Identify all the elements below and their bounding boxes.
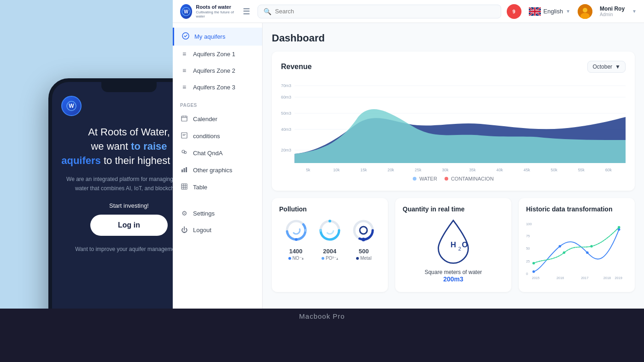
svg-text:2: 2 <box>458 246 461 251</box>
sidebar-pages-label: PAGES <box>173 95 262 111</box>
conditions-icon <box>180 132 188 140</box>
svg-rect-11 <box>185 116 186 117</box>
user-avatar <box>578 4 592 19</box>
sq-meters-value: 200m3 <box>443 275 463 283</box>
sidebar-item-zone1[interactable]: ≡ Aquifers Zone 1 <box>173 46 262 62</box>
sidebar-label-logout: Logout <box>193 227 211 234</box>
svg-text:20m3: 20m3 <box>281 148 291 152</box>
sidebar-item-my-aquifers[interactable]: My aquifers <box>173 28 262 46</box>
revenue-title: Revenue <box>281 63 312 71</box>
sidebar-label-chat: Chat QndA <box>193 150 222 157</box>
sidebar-item-logout[interactable]: ⏻ Logout <box>173 222 262 238</box>
logout-icon: ⏻ <box>180 226 188 234</box>
chart-legend: WATER CONTAMINACION <box>281 176 626 181</box>
svg-point-49 <box>328 220 331 222</box>
stat-metal-dot <box>356 257 359 260</box>
search-input[interactable] <box>275 8 495 15</box>
svg-text:2019: 2019 <box>615 276 622 280</box>
svg-text:20k: 20k <box>387 168 394 172</box>
sidebar-label-zone3: Aquifers Zone 3 <box>193 84 235 91</box>
stat-metal: 500 Metal <box>356 248 371 261</box>
zone3-icon: ≡ <box>180 83 188 91</box>
sidebar-item-calender[interactable]: Calender <box>173 111 262 128</box>
svg-text:15k: 15k <box>360 168 367 172</box>
svg-text:5k: 5k <box>306 168 310 172</box>
svg-point-45 <box>304 229 307 232</box>
stat-po4-label: PO³⁻₄ <box>322 256 338 261</box>
hamburger-button[interactable]: ☰ <box>241 5 252 18</box>
svg-text:O: O <box>462 240 468 249</box>
phone-notch <box>101 82 157 92</box>
svg-text:2015: 2015 <box>532 276 539 280</box>
stat-no3-label: NO⁻₃ <box>288 256 304 261</box>
nav-app-name: Roots of water <box>196 4 235 10</box>
stat-metal-value: 500 <box>359 248 369 255</box>
language-text: English <box>544 8 563 15</box>
stat-po4-dot <box>322 257 324 260</box>
sidebar-item-table[interactable]: Table <box>173 179 262 196</box>
nav-right: 9 English ▼ Moni Roy Admin <box>507 4 637 19</box>
sidebar-item-zone2[interactable]: ≡ Aquifers Zone 2 <box>173 62 262 79</box>
stat-metal-label: Metal <box>356 256 371 261</box>
svg-text:60m3: 60m3 <box>281 95 291 99</box>
sidebar-label-graphics: Other graphics <box>193 167 232 174</box>
user-chevron[interactable]: ▼ <box>632 9 637 14</box>
settings-icon: ⚙ <box>180 210 188 217</box>
nav-logo: W Roots of water Cultivating the future … <box>180 4 235 19</box>
circle-po4 <box>318 218 342 242</box>
svg-text:55k: 55k <box>578 168 585 172</box>
circle-metal <box>351 218 375 242</box>
phone-login-button[interactable]: Log in <box>90 215 168 236</box>
stat-no3: 1400 NO⁻₃ <box>288 248 304 261</box>
historic-title: Historic data transformation <box>526 205 627 213</box>
svg-rect-17 <box>186 167 187 172</box>
svg-point-65 <box>586 251 589 254</box>
main-content: Dashboard Revenue October ▼ 70m3 60m3 50… <box>263 23 644 309</box>
zone1-icon: ≡ <box>180 50 188 58</box>
language-chevron: ▼ <box>566 9 570 14</box>
svg-rect-18 <box>181 184 187 189</box>
sidebar-item-graphics[interactable]: Other graphics <box>173 162 262 179</box>
pollution-card: Pollution <box>272 198 388 292</box>
sidebar: My aquifers ≡ Aquifers Zone 1 ≡ Aquifers… <box>173 23 263 309</box>
nav-app-tagline: Cultivating the future of water <box>196 10 235 18</box>
svg-point-67 <box>533 262 535 265</box>
quantity-title: Quantity in real time <box>403 205 504 213</box>
svg-text:50k: 50k <box>551 168 558 172</box>
sidebar-item-settings[interactable]: ⚙ Settings <box>173 205 262 222</box>
dashboard-title: Dashboard <box>272 32 635 44</box>
language-selector[interactable]: English ▼ <box>529 7 571 16</box>
svg-point-68 <box>563 251 566 254</box>
notification-button[interactable]: 9 <box>507 4 521 19</box>
svg-text:2017: 2017 <box>581 276 588 280</box>
legend-label-water: WATER <box>419 176 437 181</box>
graphics-icon <box>180 166 188 174</box>
month-chevron: ▼ <box>615 64 621 70</box>
sidebar-label-conditions: conditions <box>193 133 220 140</box>
my-aquifers-icon <box>181 32 190 41</box>
svg-text:10k: 10k <box>333 168 340 172</box>
svg-text:40k: 40k <box>497 168 503 172</box>
user-role: Admin <box>600 12 625 17</box>
stat-po4: 2004 PO³⁻₄ <box>322 248 338 261</box>
stat-no3-dot <box>288 257 291 260</box>
search-area[interactable]: 🔍 <box>258 5 501 18</box>
svg-point-53 <box>360 227 367 234</box>
legend-contamination: CONTAMINACION <box>445 176 494 181</box>
sidebar-item-zone3[interactable]: ≡ Aquifers Zone 3 <box>173 79 262 95</box>
top-nav: W Roots of water Cultivating the future … <box>173 0 644 23</box>
svg-text:W: W <box>69 103 74 109</box>
sidebar-label-zone2: Aquifers Zone 2 <box>193 67 235 74</box>
quantity-card: Quantity in real time H 2 O Square meter… <box>395 198 511 292</box>
sidebar-item-conditions[interactable]: conditions <box>173 128 262 145</box>
sidebar-item-chat[interactable]: Chat QndA <box>173 145 262 162</box>
stat-po4-value: 2004 <box>323 248 336 255</box>
svg-text:75: 75 <box>526 234 530 238</box>
month-selector[interactable]: October ▼ <box>587 61 626 73</box>
svg-text:45k: 45k <box>524 168 531 172</box>
svg-text:0: 0 <box>526 272 528 276</box>
sidebar-label-zone1: Aquifers Zone 1 <box>193 51 235 58</box>
svg-point-63 <box>533 270 535 273</box>
svg-point-43 <box>293 227 300 234</box>
svg-rect-10 <box>183 116 183 117</box>
